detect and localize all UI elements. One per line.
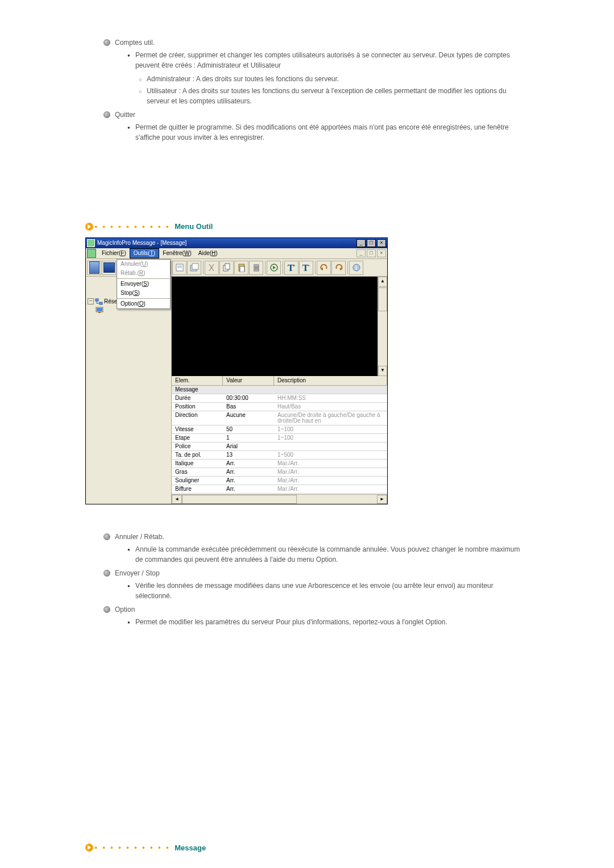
content-area: − Rése ▲ ▼ [86,277,387,504]
minimize-button[interactable]: _ [356,239,366,247]
table-cell[interactable]: Aucune [223,411,274,425]
menu-send[interactable]: Envoyer(S) [117,279,170,289]
menu-tools[interactable]: Outils(T) [130,248,159,258]
mdi-restore-button[interactable]: □ [367,249,376,257]
scroll-thumb[interactable] [378,287,387,311]
toolbar-cut-button[interactable] [205,261,219,275]
table-row[interactable]: Message [172,386,387,394]
toolbar-separator [171,261,171,274]
section-header-menu-outil: ● ● ● ● ● ● ● ● ● ● Menu Outil [85,222,529,231]
right-panel: ▲ ▼ Elem. Valeur Description MessageDuré… [172,277,387,504]
comptes-desc: Permet de créer, supprimer et changer le… [135,50,529,70]
window-titlebar[interactable]: MagicInfoPro Message - [Message] _ □ × [86,238,387,248]
table-cell[interactable]: 50 [223,425,274,433]
scroll-track[interactable] [182,495,377,504]
menu-help[interactable]: Aide(H) [195,248,221,258]
toolbar-save-button[interactable] [172,261,186,275]
preview-scrollbar[interactable]: ▲ ▼ [377,277,387,376]
annuler-desc: Annule la commande exécutée précédemment… [135,544,529,565]
bullet-icon [103,111,110,118]
toolbar-saveall-button[interactable] [187,261,201,275]
table-cell: Mar./Arr. [274,460,387,468]
table-cell[interactable]: 1 [223,434,274,442]
close-button[interactable]: × [377,239,386,247]
table-cell[interactable]: 00:30:00 [223,394,274,402]
scroll-thumb[interactable] [182,495,297,504]
doc-section-1: Comptes util. Permet de créer, supprimer… [85,39,529,143]
mdi-minimize-button[interactable]: _ [356,249,366,257]
mdi-close-button[interactable]: × [377,249,386,257]
table-row[interactable]: BiffureArr.Mar./Arr. [172,485,387,494]
table-row[interactable]: Ta. de pol.131~500 [172,451,387,460]
maximize-button[interactable]: □ [367,239,376,247]
table-row[interactable]: Durée00:30:00HH:MM:SS [172,394,387,403]
tree-node-item[interactable] [88,306,117,314]
toolbar-redo-button[interactable] [331,261,346,275]
svg-rect-20 [99,302,102,304]
table-row[interactable]: SoulignerArr.Mar./Arr. [172,477,387,485]
toolbar-zoomin-button[interactable]: T+ [284,261,298,275]
toolbar-delete-button[interactable] [249,261,263,275]
menu-option[interactable]: Option(O) [117,299,170,308]
table-cell: Direction [172,411,223,425]
toolbar-info-button[interactable]: i [349,261,363,275]
table-cell[interactable]: Arr. [223,477,274,485]
th-elem[interactable]: Elem. [172,376,223,385]
table-row[interactable]: DirectionAucuneAucune/De droite à gauche… [172,411,387,425]
preview-area: ▲ ▼ [172,277,387,376]
table-row[interactable]: PoliceArial [172,443,387,451]
table-cell[interactable]: Arial [223,443,274,450]
collapse-icon[interactable]: − [88,298,94,304]
table-row[interactable]: GrasArr.Mar./Arr. [172,468,387,477]
menu-redo[interactable]: Rétab.(R) [117,269,170,278]
table-header: Elem. Valeur Description [172,376,387,386]
th-valeur[interactable]: Valeur [223,376,274,385]
table-cell[interactable]: Arr. [223,485,274,493]
table-cell[interactable]: Bas [223,403,274,411]
scroll-up-icon[interactable]: ▲ [378,277,387,287]
table-cell [274,443,387,450]
table-cell[interactable]: Arr. [223,460,274,468]
scroll-down-icon[interactable]: ▼ [378,366,387,376]
toolbar-undo-button[interactable] [317,261,331,275]
toolbar: Annuler(U) Rétab.(R) Envoyer(S) Stop(S) … [86,259,387,277]
toolbar-zoomout-button[interactable]: T− [299,261,313,275]
section-title: Message [175,844,206,852]
item-envoyer: Envoyer / Stop Vérifie les données de me… [103,569,529,601]
table-cell: HH:MM:SS [274,394,387,402]
menu-window[interactable]: Fenêtre(W) [159,248,195,258]
comptes-title: Comptes util. [115,39,155,47]
table-cell[interactable] [223,386,274,394]
item-quitter: Quitter Permet de quitter le programme. … [103,111,529,143]
tree-node-network[interactable]: − Rése [88,297,117,306]
table-cell: 1~100 [274,434,387,442]
table-row[interactable]: ItaliqueArr.Mar./Arr. [172,460,387,468]
scroll-left-icon[interactable]: ◄ [172,495,182,504]
table-cell: Mar./Arr. [274,468,387,476]
monitor-icon [96,307,103,314]
table-cell: Biffure [172,485,223,493]
th-description[interactable]: Description [274,376,387,385]
comptes-user: Utilisateur : A des droits sur toutes le… [147,86,529,106]
option-desc: Permet de modifier les paramètres du ser… [135,617,529,627]
toolbar-copy-button[interactable] [219,261,234,275]
tree-label-network: Rése [104,299,117,304]
toolbar-separator [265,261,265,274]
menu-stop[interactable]: Stop(S) [117,289,170,298]
table-row[interactable]: Vitesse501~100 [172,425,387,434]
toolbar-send-button[interactable] [267,261,281,275]
table-row[interactable]: Etape11~100 [172,434,387,443]
menu-undo[interactable]: Annuler(U) [117,260,170,269]
table-row[interactable]: PositionBasHaut/Bas [172,403,387,411]
toolbar-paste-button[interactable] [234,261,248,275]
left-panel: − Rése [86,277,172,504]
table-hscrollbar[interactable]: ◄ ► [172,494,387,504]
toolbar-new-button[interactable] [87,261,101,275]
menu-file[interactable]: Fichier(F) [98,248,130,258]
toolbar-open-button[interactable] [102,261,116,275]
svg-rect-19 [96,299,98,301]
scroll-right-icon[interactable]: ► [377,495,387,504]
table-cell[interactable]: 13 [223,451,274,459]
dot-trail-icon: ● ● ● ● ● ● ● ● ● ● [94,845,171,850]
table-cell[interactable]: Arr. [223,468,274,476]
